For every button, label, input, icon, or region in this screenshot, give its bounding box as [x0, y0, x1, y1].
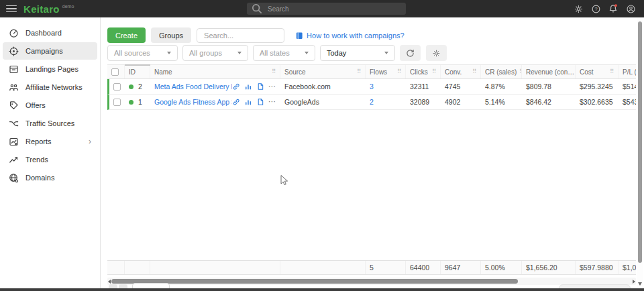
clicks-cell: 32089: [406, 95, 441, 109]
revenue-cell: $846.42: [522, 95, 576, 109]
cost-cell: $295.3245: [576, 79, 619, 94]
sidebar-item-label: Reports: [25, 137, 52, 146]
column-header-flows[interactable]: Flows⠿: [366, 65, 406, 78]
menu-toggle-icon[interactable]: [6, 5, 17, 13]
reports-icon: [9, 137, 19, 147]
column-header-conv[interactable]: Conv.⠿: [441, 65, 481, 78]
pl-cell: $543: [619, 95, 636, 109]
campaign-link-icon[interactable]: [232, 82, 240, 91]
column-header-cr-sales[interactable]: CR (sales)⠿: [481, 65, 522, 78]
sidebar-item-domains[interactable]: Domains: [3, 169, 97, 186]
global-search-input[interactable]: [266, 5, 401, 13]
more-actions-icon[interactable]: ⋯: [268, 84, 276, 89]
vertical-scrollbar-thumb[interactable]: [638, 21, 642, 263]
status-active-dot: [129, 84, 133, 89]
campaigns-search-input[interactable]: [203, 31, 278, 40]
cr-cell: 4.87%: [481, 79, 522, 94]
chevron-right-icon: ›: [89, 137, 91, 146]
book-icon: [295, 32, 303, 40]
scroll-left-arrow-icon[interactable]: [108, 280, 111, 284]
more-actions-icon[interactable]: ⋯: [268, 100, 276, 104]
campaign-report-icon[interactable]: [256, 98, 264, 106]
drag-handle-icon[interactable]: ⠿: [517, 69, 522, 74]
campaign-report-icon[interactable]: [256, 82, 264, 91]
column-header-name[interactable]: Name⠿: [150, 65, 280, 78]
refresh-button[interactable]: [400, 45, 421, 61]
table-settings-button[interactable]: [426, 45, 447, 61]
column-header-cost[interactable]: Cost⠿: [576, 65, 619, 78]
clicks-cell: 32311: [406, 79, 441, 94]
notifications-bell-icon[interactable]: [608, 3, 619, 14]
sidebar-item-offers[interactable]: Offers: [3, 97, 97, 114]
scroll-down-arrow-icon[interactable]: [638, 282, 642, 286]
sidebar-item-label: Campaigns: [25, 47, 63, 55]
vertical-scrollbar[interactable]: [637, 18, 643, 288]
scroll-right-arrow-icon[interactable]: [633, 280, 635, 284]
source-cell: GoogleAds: [280, 95, 366, 109]
chevron-down-icon: [384, 52, 388, 54]
campaigns-search[interactable]: [197, 28, 284, 43]
drag-handle-icon[interactable]: ⠿: [354, 69, 361, 74]
total-cr: 5.00%: [481, 261, 522, 274]
select-all-cell: [107, 65, 125, 78]
groups-button[interactable]: Groups: [151, 27, 191, 43]
keitaro-app-window: Keitaro demo ? Dashboard: [0, 0, 644, 291]
sidebar-item-traffic-sources[interactable]: Traffic Sources: [3, 115, 97, 132]
help-icon[interactable]: ?: [590, 3, 601, 14]
revenue-cell: $809.78: [522, 79, 576, 94]
sidebar-item-label: Offers: [25, 101, 46, 109]
drag-handle-icon[interactable]: ⠿: [607, 69, 614, 74]
row-checkbox[interactable]: [113, 99, 121, 106]
flows-link[interactable]: 2: [370, 98, 374, 106]
filter-date-select[interactable]: Today: [320, 45, 395, 61]
column-header-source[interactable]: Source⠿: [280, 65, 366, 78]
column-header-pl[interactable]: P/L (: [619, 65, 636, 78]
campaign-stats-icon[interactable]: [244, 82, 252, 91]
drag-handle-icon[interactable]: ⠿: [269, 69, 276, 74]
sidebar-item-campaigns[interactable]: Campaigns: [3, 42, 97, 60]
total-revenue: $1,656.20: [522, 261, 576, 274]
column-header-clicks[interactable]: Clicks⠿: [406, 65, 441, 78]
help-campaigns-link[interactable]: How to work with campaigns?: [295, 32, 405, 40]
sidebar-item-dashboard[interactable]: Dashboard: [3, 24, 97, 42]
status-active-dot: [129, 100, 133, 105]
flows-link[interactable]: 3: [370, 82, 374, 91]
campaign-stats-icon[interactable]: [244, 98, 252, 106]
drag-handle-icon[interactable]: ⠿: [470, 69, 476, 74]
sidebar-item-landings-pages[interactable]: Landings Pages: [3, 60, 97, 78]
sidebar-item-affiliate-networks[interactable]: Affiliate Networks: [3, 78, 97, 96]
gear-icon: [432, 49, 441, 58]
cr-cell: 5.14%: [481, 95, 522, 109]
sidebar-item-reports[interactable]: Reports ›: [3, 133, 97, 150]
refresh-icon: [406, 49, 415, 58]
campaigns-icon: [9, 46, 19, 56]
app-logo: Keitaro: [23, 3, 60, 15]
horizontal-scrollbar[interactable]: [107, 278, 636, 285]
drag-handle-icon[interactable]: ⠿: [394, 69, 401, 74]
drag-handle-icon[interactable]: ⠿: [429, 69, 436, 74]
create-button[interactable]: Create: [107, 27, 146, 43]
horizontal-scrollbar-thumb[interactable]: [111, 279, 518, 284]
sidebar: Dashboard Campaigns Landings Pages Affil…: [0, 17, 101, 291]
column-header-id[interactable]: ID: [125, 65, 150, 78]
campaign-link-icon[interactable]: [232, 98, 240, 106]
sidebar-item-label: Affiliate Networks: [25, 83, 83, 91]
sidebar-item-trends[interactable]: Trends: [3, 151, 97, 168]
filter-sources-select[interactable]: All sources: [107, 45, 178, 61]
campaign-name-link[interactable]: Meta Ads Food Delivery Promo: [154, 82, 232, 91]
filter-groups-select[interactable]: All groups: [182, 45, 248, 61]
select-all-checkbox[interactable]: [111, 68, 119, 76]
campaign-id: 1: [138, 98, 142, 106]
settings-gear-icon[interactable]: [573, 3, 584, 14]
main-content: Create Groups How to work with campaigns…: [101, 17, 644, 291]
pl-cell: $514: [619, 79, 636, 94]
campaign-name-link[interactable]: Google Ads Fitness App Split: [154, 98, 232, 106]
column-header-revenue[interactable]: Revenue (con…⠿: [522, 65, 576, 78]
svg-text:?: ?: [594, 6, 597, 12]
conv-cell: 4745: [441, 79, 481, 94]
row-checkbox[interactable]: [113, 83, 121, 91]
total-pl: $1,05: [619, 261, 636, 274]
account-icon[interactable]: [625, 3, 636, 14]
global-search[interactable]: [247, 3, 406, 15]
filter-states-select[interactable]: All states: [253, 45, 315, 61]
